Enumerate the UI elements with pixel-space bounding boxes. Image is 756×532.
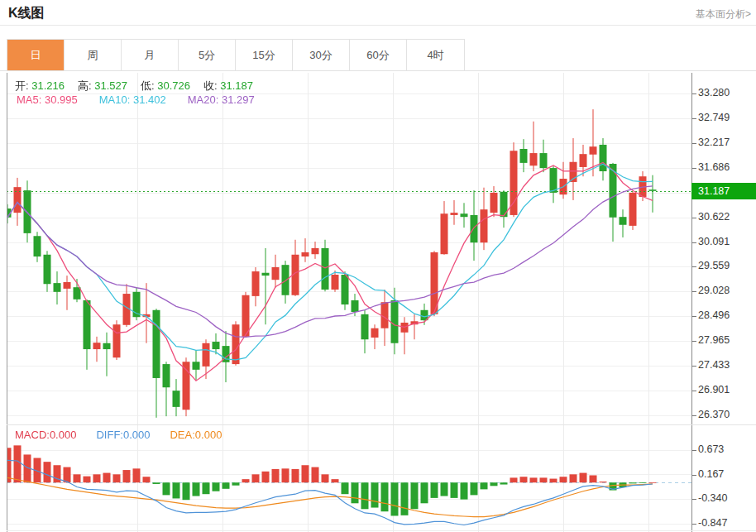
dea-label: DEA:	[170, 429, 194, 441]
current-price-badge: 31.187	[691, 183, 756, 199]
tab-month[interactable]: 月	[122, 40, 179, 70]
axis-label-main-6: 30.091	[698, 236, 730, 247]
panel-separator	[7, 424, 756, 425]
close-value: 31.187	[220, 79, 253, 92]
diff-label: DIFF:	[96, 429, 123, 441]
chart-left-border	[7, 73, 7, 532]
tab-day[interactable]: 日	[7, 40, 65, 70]
ohlc-readout: 开: 31.216 高: 31.527 低: 30.726 收: 31.187	[15, 79, 266, 93]
tab-week[interactable]: 周	[65, 40, 122, 70]
header-divider	[0, 25, 756, 26]
macd-value: 0.000	[50, 429, 77, 441]
tab-30min[interactable]: 30分	[293, 40, 350, 70]
fundamental-analysis-link[interactable]: 基本面分析>	[696, 7, 751, 22]
axis-label-macd-0: 0.673	[698, 443, 724, 455]
macd-readout: MACD:0.000 DIFF:0.000 DEA:0.000	[15, 429, 242, 441]
low-value: 30.726	[157, 79, 190, 92]
page-title: K线图	[8, 5, 45, 22]
high-label: 高:	[78, 79, 92, 92]
axis-label-main-8: 29.028	[698, 285, 730, 296]
high-value: 31.527	[94, 79, 127, 92]
tabbar-bottom-border	[0, 70, 756, 71]
axis-label-main-11: 27.433	[698, 359, 730, 371]
axis-label-macd-3: -0.847	[698, 517, 727, 529]
chart-bottom-border	[7, 530, 756, 531]
diff-value: 0.000	[123, 429, 151, 441]
ma-readout: MA5: 30.995 MA10: 31.402 MA20: 31.297	[17, 93, 276, 106]
tab-5min[interactable]: 5分	[179, 40, 236, 70]
axis-label-main-13: 26.370	[698, 409, 730, 420]
axis-label-main-9: 28.496	[698, 309, 730, 321]
ma10-label: MA10:	[99, 93, 131, 106]
axis-label-main-3: 31.686	[698, 161, 730, 173]
macd-label: MACD:	[15, 429, 50, 441]
axis-label-macd-2: -0.340	[698, 492, 727, 504]
main-candlestick-chart[interactable]	[7, 73, 691, 425]
ma5-value: 30.995	[45, 93, 78, 106]
ma10-value: 31.402	[133, 93, 166, 106]
ma20-label: MA20:	[188, 93, 219, 106]
axis-label-main-5: 30.622	[698, 211, 730, 223]
period-tabbar: 日 周 月 5分 15分 30分 60分 4时	[7, 39, 465, 70]
kline-page: K线图 基本面分析> 日 周 月 5分 15分 30分 60分 4时 开: 31…	[0, 0, 756, 532]
open-value: 31.216	[31, 79, 65, 92]
axis-label-main-0: 33.280	[698, 87, 730, 98]
tab-60min[interactable]: 60分	[350, 40, 407, 70]
axis-label-main-2: 32.217	[698, 137, 730, 148]
dea-value: 0.000	[195, 429, 222, 441]
ma20-value: 31.297	[222, 93, 255, 106]
axis-label-macd-1: 0.167	[698, 468, 724, 480]
axis-label-main-1: 32.749	[698, 112, 730, 123]
low-label: 低:	[141, 79, 155, 92]
tab-15min[interactable]: 15分	[236, 40, 293, 70]
macd-chart[interactable]	[7, 425, 691, 532]
axis-label-main-10: 27.965	[698, 334, 730, 346]
chart-axis-line	[691, 73, 692, 532]
tab-4hour[interactable]: 4时	[407, 40, 464, 70]
axis-label-main-7: 29.559	[698, 260, 730, 271]
close-label: 收:	[203, 79, 218, 92]
ma5-label: MA5:	[17, 93, 41, 106]
open-label: 开:	[15, 79, 29, 92]
axis-label-main-12: 26.901	[698, 384, 730, 395]
